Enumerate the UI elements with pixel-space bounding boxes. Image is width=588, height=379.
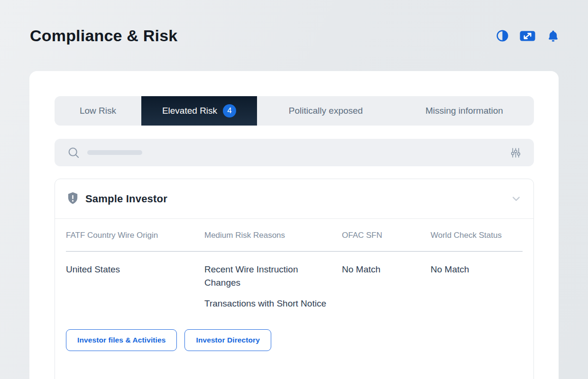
tab-label: Elevated Risk [162, 106, 217, 116]
column-header-world-check: World Check Status [431, 231, 523, 240]
expand-trend-icon[interactable] [520, 30, 535, 42]
tab-missing-information[interactable]: Missing information [395, 96, 534, 126]
page-header: Compliance & Risk [0, 0, 588, 45]
search-icon [67, 146, 81, 160]
chevron-down-icon[interactable] [510, 193, 522, 205]
cell-ofac-sfn: No Match [342, 263, 431, 310]
tab-label: Missing information [425, 106, 503, 116]
search-placeholder-skeleton [87, 150, 142, 155]
investor-card: Sample Investor FATF Country Wire Origin… [55, 179, 534, 379]
column-header-risk-reasons: Medium Risk Reasons [204, 231, 342, 240]
investor-files-activities-button[interactable]: Investor files & Activities [66, 329, 177, 351]
investor-card-header[interactable]: Sample Investor [55, 179, 533, 219]
investor-directory-button[interactable]: Investor Directory [184, 329, 271, 351]
risk-tabs: Low Risk Elevated Risk 4 Politically exp… [55, 96, 534, 126]
tab-label: Politically exposed [289, 106, 363, 116]
column-header-ofac: OFAC SFN [342, 231, 431, 240]
tab-label: Low Risk [80, 106, 116, 116]
tab-count-badge: 4 [223, 104, 236, 117]
contrast-icon[interactable] [496, 30, 508, 42]
shield-alert-icon [66, 191, 79, 206]
risk-table-row: United States Recent Wire Instruction Ch… [66, 252, 523, 310]
investor-actions: Investor files & Activities Investor Dir… [66, 329, 523, 351]
tab-politically-exposed[interactable]: Politically exposed [257, 96, 395, 126]
bell-icon[interactable] [547, 29, 560, 43]
risk-reason: Transactions with Short Notice [204, 297, 328, 310]
cell-fatf-country: United States [66, 263, 204, 310]
cell-world-check: No Match [431, 263, 523, 310]
tab-elevated-risk[interactable]: Elevated Risk 4 [141, 96, 257, 126]
column-header-fatf: FATF Country Wire Origin [66, 231, 204, 240]
search-bar[interactable] [55, 139, 534, 166]
cell-risk-reasons: Recent Wire Instruction Changes Transact… [204, 263, 342, 310]
risk-reason: Recent Wire Instruction Changes [204, 263, 328, 289]
filter-sliders-icon[interactable] [510, 146, 522, 159]
page-title: Compliance & Risk [30, 27, 177, 45]
tab-low-risk[interactable]: Low Risk [55, 96, 141, 126]
content-card: Low Risk Elevated Risk 4 Politically exp… [29, 71, 559, 379]
investor-name: Sample Investor [85, 193, 167, 205]
investor-card-body: FATF Country Wire Origin Medium Risk Rea… [55, 219, 533, 379]
risk-table-header: FATF Country Wire Origin Medium Risk Rea… [66, 219, 523, 252]
header-icons [496, 29, 560, 43]
